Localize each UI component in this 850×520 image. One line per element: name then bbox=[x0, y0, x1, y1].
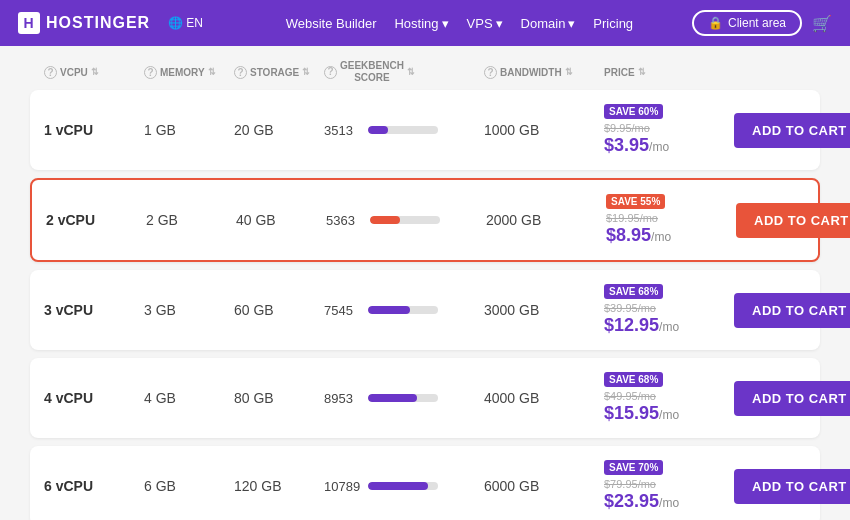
plan-memory: 2 GB bbox=[146, 212, 236, 228]
per-mo: /mo bbox=[659, 320, 679, 334]
plan-geekbench: 5363 bbox=[326, 213, 486, 228]
globe-icon: 🌐 bbox=[168, 16, 183, 30]
old-price: $39.95/mo bbox=[604, 302, 656, 314]
nav-links: Website Builder Hosting ▾ VPS ▾ Domain ▾… bbox=[227, 16, 692, 31]
add-to-cart-button[interactable]: ADD TO CART bbox=[734, 113, 850, 148]
plan-storage: 120 GB bbox=[234, 478, 324, 494]
new-price: $23.95/mo bbox=[604, 491, 679, 512]
old-price: $49.95/mo bbox=[604, 390, 656, 402]
plan-action: ADD TO CART bbox=[734, 113, 850, 148]
client-area-button[interactable]: 🔒 Client area bbox=[692, 10, 802, 36]
plan-price: SAVE 68% $49.95/mo $15.95/mo bbox=[604, 372, 734, 424]
plan-vcpu: 6 vCPU bbox=[44, 478, 144, 494]
geek-score-value: 3513 bbox=[324, 123, 360, 138]
chevron-down-icon: ▾ bbox=[568, 16, 575, 31]
navbar: H HOSTINGER 🌐 EN Website Builder Hosting… bbox=[0, 0, 850, 46]
add-to-cart-button[interactable]: ADD TO CART bbox=[734, 293, 850, 328]
plan-price: SAVE 60% $9.95/mo $3.95/mo bbox=[604, 104, 734, 156]
col-memory[interactable]: ? MEMORY ⇅ bbox=[144, 66, 234, 79]
geek-bar-bg bbox=[368, 394, 438, 402]
plan-row: 4 vCPU 4 GB 80 GB 8953 4000 GB SAVE 68% … bbox=[30, 358, 820, 438]
nav-domain[interactable]: Domain ▾ bbox=[521, 16, 576, 31]
add-to-cart-button[interactable]: ADD TO CART bbox=[734, 469, 850, 504]
geek-bar-fill bbox=[368, 394, 417, 402]
plan-geekbench: 8953 bbox=[324, 391, 484, 406]
plan-memory: 4 GB bbox=[144, 390, 234, 406]
geek-score-value: 10789 bbox=[324, 479, 360, 494]
memory-help-icon[interactable]: ? bbox=[144, 66, 157, 79]
geek-bar-bg bbox=[368, 482, 438, 490]
geek-bar-bg bbox=[368, 306, 438, 314]
lang-label: EN bbox=[186, 16, 203, 30]
logo[interactable]: H HOSTINGER bbox=[18, 12, 150, 34]
new-price: $3.95/mo bbox=[604, 135, 669, 156]
bandwidth-help-icon[interactable]: ? bbox=[484, 66, 497, 79]
plan-vcpu: 4 vCPU bbox=[44, 390, 144, 406]
logo-icon: H bbox=[18, 12, 40, 34]
price-sort[interactable]: ⇅ bbox=[638, 67, 646, 77]
per-mo: /mo bbox=[649, 140, 669, 154]
plan-storage: 20 GB bbox=[234, 122, 324, 138]
old-price: $19.95/mo bbox=[606, 212, 658, 224]
plan-storage: 60 GB bbox=[234, 302, 324, 318]
nav-hosting[interactable]: Hosting ▾ bbox=[394, 16, 448, 31]
geek-bar-fill bbox=[368, 306, 410, 314]
storage-sort[interactable]: ⇅ bbox=[302, 67, 310, 77]
logo-text: HOSTINGER bbox=[46, 14, 150, 32]
plan-bandwidth: 3000 GB bbox=[484, 302, 604, 318]
plan-row: 1 vCPU 1 GB 20 GB 3513 1000 GB SAVE 60% … bbox=[30, 90, 820, 170]
bandwidth-sort[interactable]: ⇅ bbox=[565, 67, 573, 77]
geek-bar-bg bbox=[370, 216, 440, 224]
save-badge: SAVE 70% bbox=[604, 460, 663, 475]
plan-bandwidth: 1000 GB bbox=[484, 122, 604, 138]
nav-right: 🔒 Client area 🛒 bbox=[692, 10, 832, 36]
plan-geekbench: 7545 bbox=[324, 303, 484, 318]
plan-action: ADD TO CART bbox=[736, 203, 850, 238]
geek-score-value: 8953 bbox=[324, 391, 360, 406]
plan-vcpu: 3 vCPU bbox=[44, 302, 144, 318]
col-vcpu[interactable]: ? vCPU ⇅ bbox=[44, 66, 144, 79]
nav-pricing[interactable]: Pricing bbox=[593, 16, 633, 31]
col-price[interactable]: PRICE ⇅ bbox=[604, 67, 734, 78]
save-badge: SAVE 55% bbox=[606, 194, 665, 209]
chevron-down-icon: ▾ bbox=[496, 16, 503, 31]
plan-row: 6 vCPU 6 GB 120 GB 10789 6000 GB SAVE 70… bbox=[30, 446, 820, 520]
plan-memory: 3 GB bbox=[144, 302, 234, 318]
plan-table: 1 vCPU 1 GB 20 GB 3513 1000 GB SAVE 60% … bbox=[30, 90, 820, 520]
storage-help-icon[interactable]: ? bbox=[234, 66, 247, 79]
plan-action: ADD TO CART bbox=[734, 469, 850, 504]
language-selector[interactable]: 🌐 EN bbox=[168, 16, 203, 30]
save-badge: SAVE 68% bbox=[604, 284, 663, 299]
old-price: $79.95/mo bbox=[604, 478, 656, 490]
add-to-cart-button[interactable]: ADD TO CART bbox=[734, 381, 850, 416]
plan-vcpu: 2 vCPU bbox=[46, 212, 146, 228]
plan-bandwidth: 6000 GB bbox=[484, 478, 604, 494]
new-price: $8.95/mo bbox=[606, 225, 671, 246]
geek-sort[interactable]: ⇅ bbox=[407, 67, 415, 78]
geek-bar-bg bbox=[368, 126, 438, 134]
plan-bandwidth: 4000 GB bbox=[484, 390, 604, 406]
vcpu-sort[interactable]: ⇅ bbox=[91, 67, 99, 77]
nav-vps[interactable]: VPS ▾ bbox=[467, 16, 503, 31]
plan-action: ADD TO CART bbox=[734, 381, 850, 416]
plan-storage: 40 GB bbox=[236, 212, 326, 228]
plan-storage: 80 GB bbox=[234, 390, 324, 406]
plan-price: SAVE 68% $39.95/mo $12.95/mo bbox=[604, 284, 734, 336]
col-bandwidth[interactable]: ? BANDWIDTH ⇅ bbox=[484, 66, 604, 79]
plan-geekbench: 3513 bbox=[324, 123, 484, 138]
add-to-cart-button[interactable]: ADD TO CART bbox=[736, 203, 850, 238]
vcpu-help-icon[interactable]: ? bbox=[44, 66, 57, 79]
geek-bar-fill bbox=[368, 482, 428, 490]
per-mo: /mo bbox=[659, 408, 679, 422]
memory-sort[interactable]: ⇅ bbox=[208, 67, 216, 77]
plan-action: ADD TO CART bbox=[734, 293, 850, 328]
col-geekbench[interactable]: ? GEEKBENCHSCORE ⇅ bbox=[324, 60, 484, 84]
nav-website-builder[interactable]: Website Builder bbox=[286, 16, 377, 31]
plan-vcpu: 1 vCPU bbox=[44, 122, 144, 138]
plan-row: 3 vCPU 3 GB 60 GB 7545 3000 GB SAVE 68% … bbox=[30, 270, 820, 350]
plan-row: 2 vCPU 2 GB 40 GB 5363 2000 GB SAVE 55% … bbox=[30, 178, 820, 262]
col-storage[interactable]: ? STORAGE ⇅ bbox=[234, 66, 324, 79]
cart-icon[interactable]: 🛒 bbox=[812, 14, 832, 33]
plan-price: SAVE 55% $19.95/mo $8.95/mo bbox=[606, 194, 736, 246]
geek-help-icon[interactable]: ? bbox=[324, 66, 337, 79]
